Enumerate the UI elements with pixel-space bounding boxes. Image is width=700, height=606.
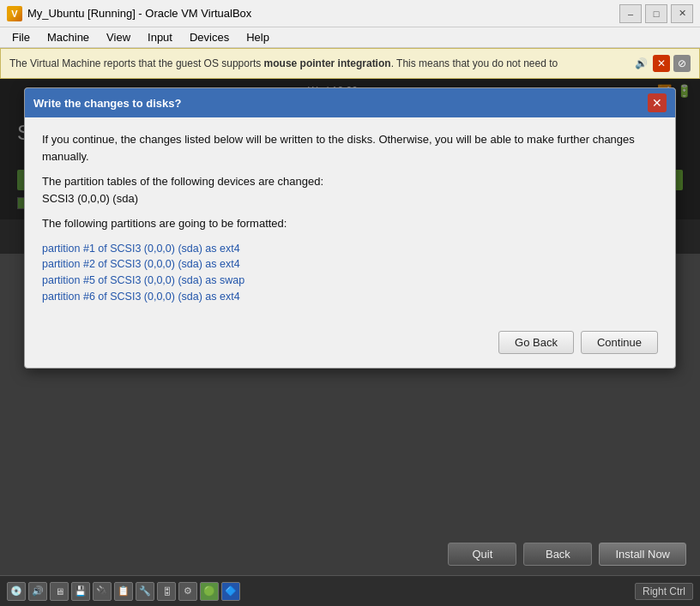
dialog-close-button[interactable]: ✕ xyxy=(648,93,667,112)
minimize-button[interactable]: – xyxy=(619,4,642,23)
status-cpu-icon[interactable]: 🎛 xyxy=(157,582,176,601)
dialog-body-line2: The partition tables of the following de… xyxy=(42,173,658,207)
status-audio-icon[interactable]: 🔊 xyxy=(28,582,47,601)
back-button[interactable]: Back xyxy=(523,543,592,566)
status-network-icon[interactable]: 🔌 xyxy=(93,582,112,601)
status-bar: 💿 🔊 🖥 💾 🔌 📋 🔧 🎛 ⚙ 🟢 🔷 Right Ctrl xyxy=(0,575,700,606)
notification-bar: The Virtual Machine reports that the gue… xyxy=(0,48,700,79)
status-icons: 💿 🔊 🖥 💾 🔌 📋 🔧 🎛 ⚙ 🟢 🔷 xyxy=(7,582,240,601)
bottom-install-bar: Quit Back Install Now xyxy=(0,532,700,575)
menu-file[interactable]: File xyxy=(3,29,39,45)
continue-button[interactable]: Continue xyxy=(581,331,658,354)
dialog-body: If you continue, the changes listed belo… xyxy=(25,117,675,322)
title-bar: V My_Ubuntu [Running] - Oracle VM Virtua… xyxy=(0,0,700,27)
partition-item-2: partition #2 of SCSI3 (0,0,0) (sda) as e… xyxy=(42,256,658,273)
status-usb-icon[interactable]: 💾 xyxy=(71,582,90,601)
status-clipboard-icon[interactable]: 📋 xyxy=(114,582,133,601)
menu-bar: File Machine View Input Devices Help xyxy=(0,27,700,48)
maximize-button[interactable]: □ xyxy=(645,4,667,23)
dialog-overlay: Write the changes to disks? ✕ If you con… xyxy=(0,79,700,254)
notification-text: The Virtual Machine reports that the gue… xyxy=(9,57,632,71)
window-title: My_Ubuntu [Running] - Oracle VM VirtualB… xyxy=(27,7,619,20)
menu-view[interactable]: View xyxy=(98,29,139,45)
install-now-button[interactable]: Install Now xyxy=(599,543,686,566)
partition-item-4: partition #6 of SCSI3 (0,0,0) (sda) as e… xyxy=(42,289,658,305)
menu-input[interactable]: Input xyxy=(139,29,181,45)
dialog-device: SCSI3 (0,0,0) (sda) xyxy=(42,192,138,205)
status-blue-icon[interactable]: 🔷 xyxy=(221,582,240,601)
notification-close-icon[interactable]: ✕ xyxy=(653,55,670,72)
volume-icon[interactable]: 🔊 xyxy=(632,55,649,72)
status-display-icon[interactable]: 🖥 xyxy=(50,582,69,601)
menu-devices[interactable]: Devices xyxy=(181,29,238,45)
status-tools-icon[interactable]: 🔧 xyxy=(136,582,154,601)
right-ctrl-label: Right Ctrl xyxy=(635,583,693,600)
partition-item-1: partition #1 of SCSI3 (0,0,0) (sda) as e… xyxy=(42,241,658,257)
go-back-button[interactable]: Go Back xyxy=(498,331,574,354)
menu-help[interactable]: Help xyxy=(238,29,278,45)
vm-content: Wed 10:39 📶 🔋 Something else sda1 (ext4)… xyxy=(0,79,700,254)
status-settings-icon[interactable]: ⚙ xyxy=(178,582,197,601)
status-green-icon[interactable]: 🟢 xyxy=(200,582,219,601)
dialog-footer: Go Back Continue xyxy=(25,322,675,368)
write-changes-dialog: Write the changes to disks? ✕ If you con… xyxy=(24,87,676,369)
dialog-body-line1: If you continue, the changes listed belo… xyxy=(42,131,658,165)
dialog-title: Write the changes to disks? xyxy=(33,97,181,110)
quit-button[interactable]: Quit xyxy=(448,543,516,566)
partition-item-3: partition #5 of SCSI3 (0,0,0) (sda) as s… xyxy=(42,273,658,289)
status-disk-icon[interactable]: 💿 xyxy=(7,582,26,601)
dialog-title-bar: Write the changes to disks? ✕ xyxy=(25,88,675,117)
window-controls: – □ ✕ xyxy=(619,4,693,23)
partition-list: partition #1 of SCSI3 (0,0,0) (sda) as e… xyxy=(42,241,658,305)
app-icon: V xyxy=(7,6,22,21)
menu-machine[interactable]: Machine xyxy=(39,29,98,45)
close-button[interactable]: ✕ xyxy=(671,4,693,23)
notification-block-icon[interactable]: ⊘ xyxy=(673,55,691,72)
dialog-body-line3: The following partitions are going to be… xyxy=(42,215,658,232)
notification-icons: 🔊 ✕ ⊘ xyxy=(632,55,691,72)
